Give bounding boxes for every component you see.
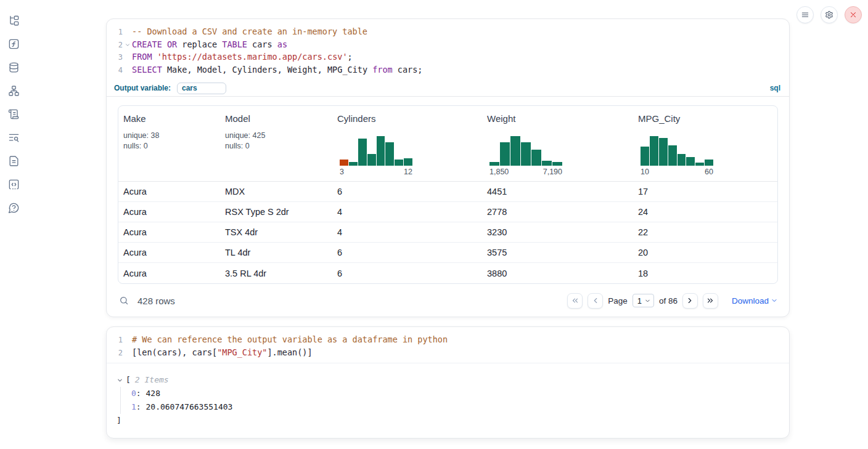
first-page-button[interactable] bbox=[567, 293, 583, 309]
column-header-cylinders[interactable]: Cylinders 312 bbox=[332, 106, 482, 181]
column-header-weight[interactable]: Weight 1,8507,190 bbox=[482, 106, 633, 181]
table-row: AcuraTL 4dr6357520 bbox=[118, 243, 777, 263]
code-text: # We can reference the output variable a… bbox=[132, 334, 789, 347]
fold-spacer bbox=[123, 334, 132, 347]
table-cell: 18 bbox=[633, 269, 777, 278]
token-plain: ; bbox=[348, 52, 353, 62]
sql-code-editor[interactable]: 1-- Download a CSV and create an in-memo… bbox=[107, 19, 789, 80]
row-count: 428 rows bbox=[137, 296, 175, 306]
code-text: -- Download a CSV and create an in-memor… bbox=[132, 26, 789, 39]
stat-nulls: nulls: 0 bbox=[123, 141, 215, 152]
collapse-chevron-icon[interactable] bbox=[117, 376, 124, 384]
page-label: Page bbox=[608, 296, 628, 305]
menu-button[interactable] bbox=[796, 6, 814, 23]
table-cell: 22 bbox=[633, 227, 777, 237]
column-stats: unique: 38 nulls: 0 bbox=[123, 131, 215, 152]
sql-cell: 1-- Download a CSV and create an in-memo… bbox=[106, 18, 790, 317]
chevron-down-icon bbox=[644, 297, 651, 304]
weight-histogram-bar bbox=[542, 161, 552, 166]
token-plain: ].mean()] bbox=[267, 347, 312, 357]
hist-axis-label: 12 bbox=[404, 168, 412, 176]
chevrons-left-icon bbox=[571, 296, 579, 305]
hist-axis-label: 3 bbox=[340, 168, 344, 176]
dependency-graph-icon[interactable] bbox=[7, 84, 20, 97]
table-body: AcuraMDX6445117AcuraRSX Type S 2dr427782… bbox=[118, 182, 777, 283]
weight-histogram-bar bbox=[489, 162, 499, 166]
line-number: 3 bbox=[107, 51, 123, 64]
python-output-tree: [ 2 Items 0: 4281: 20.060747663551403 ] bbox=[107, 363, 789, 435]
fold-chevron-icon[interactable] bbox=[123, 39, 132, 52]
code-line[interactable]: 4SELECT Make, Model, Cylinders, Weight, … bbox=[107, 64, 789, 77]
cylinders-histogram-bar bbox=[349, 162, 358, 166]
weight-histogram: 1,8507,190 bbox=[489, 136, 562, 176]
table-row: AcuraTSX 4dr4323022 bbox=[118, 222, 777, 243]
code-line[interactable]: 1-- Download a CSV and create an in-memo… bbox=[107, 26, 789, 39]
data-table: Make unique: 38 nulls: 0 Model unique: 4… bbox=[118, 105, 778, 284]
search-button[interactable] bbox=[118, 294, 130, 307]
hist-axis-label: 60 bbox=[705, 168, 713, 176]
table-cell: Acura bbox=[118, 207, 220, 217]
variables-icon[interactable] bbox=[7, 37, 20, 51]
mpg-city-histogram-bar bbox=[695, 163, 704, 166]
page-total-label: of 86 bbox=[659, 296, 678, 305]
next-page-button[interactable] bbox=[682, 293, 698, 309]
column-header-mpg-city[interactable]: MPG_City 1060 bbox=[633, 106, 777, 181]
last-page-button[interactable] bbox=[703, 293, 718, 309]
download-button[interactable]: Download bbox=[732, 296, 778, 305]
cylinders-histogram-bar bbox=[385, 142, 394, 166]
fold-spacer bbox=[123, 347, 132, 360]
column-header-model[interactable]: Model unique: 425 nulls: 0 bbox=[220, 106, 332, 181]
shutdown-button[interactable] bbox=[845, 6, 862, 23]
table-cell: RSX Type S 2dr bbox=[220, 207, 332, 217]
scratchpad-icon[interactable] bbox=[7, 107, 20, 121]
output-list-item: 0: 428 bbox=[131, 387, 789, 400]
datasources-icon[interactable] bbox=[7, 60, 20, 74]
mpg-city-histogram-bar bbox=[659, 138, 668, 166]
help-icon[interactable] bbox=[7, 201, 20, 214]
left-sidebar bbox=[0, 0, 27, 449]
table-cell: 3880 bbox=[482, 269, 633, 278]
column-header-make[interactable]: Make unique: 38 nulls: 0 bbox=[118, 106, 220, 181]
item-value: 20.060747663551403 bbox=[145, 402, 232, 411]
token-kw: OR bbox=[167, 39, 177, 49]
file-explorer-icon[interactable] bbox=[7, 14, 20, 27]
python-code-editor[interactable]: 1# We can reference the output variable … bbox=[107, 327, 789, 363]
output-variable-bar: Output variable: sql bbox=[107, 80, 789, 97]
code-line[interactable]: 1# We can reference the output variable … bbox=[107, 334, 789, 347]
token-comment: # We can reference the output variable a… bbox=[132, 334, 448, 344]
weight-histogram-bar bbox=[500, 142, 510, 166]
line-number: 1 bbox=[107, 334, 123, 347]
output-variable-input[interactable] bbox=[177, 83, 226, 94]
table-cell: Acura bbox=[118, 227, 220, 237]
page-select[interactable]: 1 bbox=[633, 294, 654, 307]
table-cell: Acura bbox=[118, 269, 220, 278]
code-text: [len(cars), cars["MPG_City"].mean()] bbox=[132, 347, 789, 360]
cylinders-histogram-bar bbox=[404, 158, 412, 166]
cylinders-histogram: 312 bbox=[340, 136, 412, 176]
token-kw: SELECT bbox=[132, 65, 162, 75]
token-comment: -- Download a CSV and create an in-memor… bbox=[132, 26, 367, 36]
hist-axis-label: 7,190 bbox=[543, 168, 562, 176]
line-number: 1 bbox=[107, 26, 123, 39]
table-cell: 6 bbox=[332, 269, 482, 278]
table-cell: 3.5 RL 4dr bbox=[220, 269, 332, 278]
output-list-entries: 0: 4281: 20.060747663551403 bbox=[120, 387, 789, 414]
previous-page-button[interactable] bbox=[588, 293, 603, 309]
logs-icon[interactable] bbox=[7, 131, 20, 144]
mpg-city-histogram-bar bbox=[668, 145, 677, 166]
line-number: 2 bbox=[107, 39, 123, 52]
snippets-icon[interactable] bbox=[7, 177, 20, 191]
stat-unique: unique: 38 bbox=[123, 131, 215, 141]
mpg-city-histogram-bar bbox=[641, 147, 649, 166]
code-text: CREATE OR replace TABLE cars as bbox=[132, 39, 789, 52]
page-select-value: 1 bbox=[637, 296, 642, 305]
token-kw: CREATE bbox=[132, 39, 162, 49]
code-line[interactable]: 3FROM 'https://datasets.marimo.app/cars.… bbox=[107, 51, 789, 64]
hist-axis-label: 1,850 bbox=[489, 168, 509, 176]
documentation-icon[interactable] bbox=[7, 154, 20, 168]
menu-icon bbox=[801, 10, 809, 19]
weight-histogram-bar bbox=[531, 150, 541, 166]
settings-button[interactable] bbox=[821, 6, 838, 23]
code-line[interactable]: 2[len(cars), cars["MPG_City"].mean()] bbox=[107, 347, 789, 360]
code-line[interactable]: 2CREATE OR replace TABLE cars as bbox=[107, 39, 789, 52]
